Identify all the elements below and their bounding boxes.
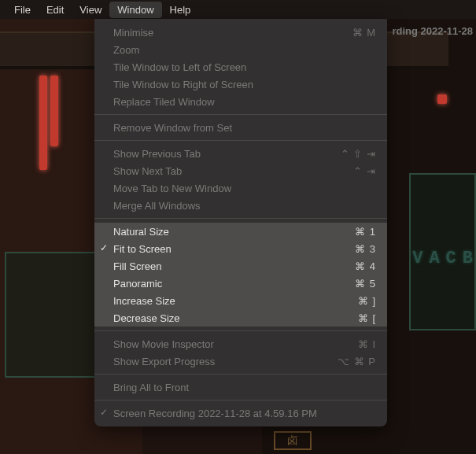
menuitem-label: Show Movie Inspector xyxy=(113,338,358,350)
menuitem-shortcut: ⌘ 5 xyxy=(355,278,376,290)
menuitem-fit-to-screen[interactable]: ✓ Fit to Screen ⌘ 3 xyxy=(94,240,387,257)
menuitem-merge-all-windows: Merge All Windows xyxy=(94,197,387,214)
menuitem-label: Move Tab to New Window xyxy=(113,183,376,194)
menu-separator xyxy=(94,330,387,331)
menuitem-label: Increase Size xyxy=(113,295,358,307)
menu-window[interactable]: Window xyxy=(109,2,161,18)
menuitem-shortcut: ⌘ 4 xyxy=(355,260,376,272)
menuitem-shortcut: ⌘ 3 xyxy=(355,243,376,255)
menuitem-label: Show Previous Tab xyxy=(113,148,341,160)
menuitem-label: Merge All Windows xyxy=(113,200,376,212)
menu-edit[interactable]: Edit xyxy=(39,2,72,18)
menuitem-window-screen-recording: ✓ Screen Recording 2022-11-28 at 4.59.16… xyxy=(94,404,387,422)
menuitem-shortcut: ⌘ ] xyxy=(358,295,376,307)
menu-separator xyxy=(94,374,387,375)
window-title-behind: rding 2022-11-28 xyxy=(389,22,476,40)
menuitem-fill-screen[interactable]: Fill Screen ⌘ 4 xyxy=(94,257,387,275)
menu-help[interactable]: Help xyxy=(162,2,199,18)
menuitem-label: Screen Recording 2022-11-28 at 4.59.16 P… xyxy=(113,408,376,419)
menu-separator xyxy=(94,218,387,219)
menuitem-increase-size[interactable]: Increase Size ⌘ ] xyxy=(94,292,387,309)
menuitem-shortcut: ⌘ I xyxy=(358,338,376,350)
menuitem-label: Tile Window to Left of Screen xyxy=(113,61,376,73)
menuitem-tile-right: Tile Window to Right of Screen xyxy=(94,76,387,93)
menuitem-panoramic[interactable]: Panoramic ⌘ 5 xyxy=(94,275,387,292)
menuitem-label: Decrease Size xyxy=(113,312,358,324)
menu-size-section: Natural Size ⌘ 1 ✓ Fit to Screen ⌘ 3 Fil… xyxy=(94,223,387,327)
menuitem-tile-left: Tile Window to Left of Screen xyxy=(94,58,387,76)
menuitem-label: Show Export Progress xyxy=(113,356,338,367)
menuitem-label: Replace Tiled Window xyxy=(113,96,376,108)
menuitem-label: Show Next Tab xyxy=(113,165,353,177)
menuitem-remove-from-set: Remove Window from Set xyxy=(94,119,387,136)
menuitem-shortcut: ⌥ ⌘ P xyxy=(338,356,376,367)
menu-bar: File Edit View Window Help xyxy=(0,0,476,19)
window-menu-dropdown: Minimise ⌘ M Zoom Tile Window to Left of… xyxy=(94,19,387,426)
menuitem-label: Tile Window to Right of Screen xyxy=(113,79,376,90)
bg-sign-vacb: VACB xyxy=(412,249,476,268)
menuitem-move-tab-new-window: Move Tab to New Window xyxy=(94,179,387,197)
menuitem-show-prev-tab: Show Previous Tab ⌃ ⇧ ⇥ xyxy=(94,145,387,162)
menuitem-shortcut: ⌘ 1 xyxy=(355,226,376,238)
menuitem-label: Fill Screen xyxy=(113,260,355,272)
check-icon: ✓ xyxy=(100,407,108,418)
menuitem-show-movie-inspector: Show Movie Inspector ⌘ I xyxy=(94,335,387,352)
menuitem-shortcut: ⌘ [ xyxy=(358,312,376,324)
menuitem-label: Panoramic xyxy=(113,278,355,290)
menuitem-show-next-tab: Show Next Tab ⌃ ⇥ xyxy=(94,162,387,179)
menu-file[interactable]: File xyxy=(6,2,39,18)
menuitem-shortcut: ⌃ ⇥ xyxy=(353,165,376,177)
bg-sign-glyph: 卤 xyxy=(274,431,312,450)
menuitem-label: Natural Size xyxy=(113,226,355,238)
menuitem-natural-size[interactable]: Natural Size ⌘ 1 xyxy=(94,223,387,240)
menu-view[interactable]: View xyxy=(72,2,109,18)
menuitem-shortcut: ⌘ M xyxy=(352,27,376,39)
menuitem-replace-tiled: Replace Tiled Window xyxy=(94,93,387,110)
menu-separator xyxy=(94,114,387,115)
menuitem-label: Zoom xyxy=(113,44,376,56)
menu-separator xyxy=(94,140,387,141)
menuitem-label: Bring All to Front xyxy=(113,382,376,393)
menuitem-bring-all-to-front: Bring All to Front xyxy=(94,378,387,396)
menuitem-decrease-size[interactable]: Decrease Size ⌘ [ xyxy=(94,309,387,327)
menuitem-zoom: Zoom xyxy=(94,41,387,58)
check-icon: ✓ xyxy=(100,242,108,253)
menuitem-label: Minimise xyxy=(113,27,352,39)
menuitem-minimise: Minimise ⌘ M xyxy=(94,24,387,41)
menuitem-label: Fit to Screen xyxy=(113,243,355,255)
menu-separator xyxy=(94,400,387,400)
menuitem-show-export-progress: Show Export Progress ⌥ ⌘ P xyxy=(94,352,387,370)
menuitem-label: Remove Window from Set xyxy=(113,122,376,134)
menuitem-shortcut: ⌃ ⇧ ⇥ xyxy=(341,148,376,160)
